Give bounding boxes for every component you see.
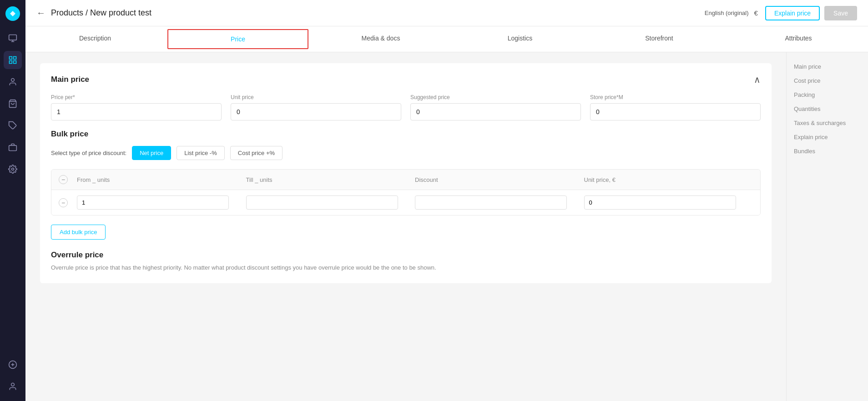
table-header-row: − From _ units Till _ units Discount Uni… xyxy=(51,170,760,190)
price-type-label: Select type of price discount: xyxy=(51,150,126,156)
bulk-price-title: Bulk price xyxy=(51,130,761,139)
till-cell xyxy=(246,195,415,210)
cost-price-button[interactable]: Cost price +% xyxy=(230,146,283,160)
svg-rect-4 xyxy=(10,57,12,60)
price-per-group: Price per* xyxy=(51,94,222,120)
main-price-section: Main price ∧ Price per* Unit price Sugge… xyxy=(40,63,772,283)
unit-price-input[interactable] xyxy=(231,103,401,120)
sidebar-settings-icon[interactable] xyxy=(4,160,22,178)
svg-point-12 xyxy=(12,168,14,170)
price-per-input[interactable] xyxy=(51,103,222,120)
discount-input[interactable] xyxy=(415,195,567,210)
sidebar-add-icon[interactable] xyxy=(4,356,22,374)
sidebar-cost-price[interactable]: Cost price xyxy=(794,77,861,84)
sidebar-bag-icon[interactable] xyxy=(4,95,22,113)
remove-row-icon[interactable]: − xyxy=(59,198,68,207)
tab-logistics[interactable]: Logistics xyxy=(450,26,590,52)
store-price-label: Store price*M xyxy=(590,94,761,100)
sidebar xyxy=(0,0,25,401)
overrule-price-title: Overrule price xyxy=(51,251,761,260)
app-logo[interactable] xyxy=(5,5,21,22)
table-header-from: From _ units xyxy=(77,176,246,183)
suggested-price-input[interactable] xyxy=(410,103,581,120)
main-content: Main price ∧ Price per* Unit price Sugge… xyxy=(25,52,786,401)
back-button[interactable]: ← xyxy=(36,8,45,18)
price-per-label: Price per* xyxy=(51,94,222,100)
sidebar-explain-price[interactable]: Explain price xyxy=(794,134,861,140)
header: ← Products / New product test English (o… xyxy=(25,0,868,26)
sidebar-monitor-icon[interactable] xyxy=(4,29,22,47)
overrule-price-section: Overrule price Overrule price is price t… xyxy=(51,251,761,272)
overrule-price-desc: Overrule price is price that has the hig… xyxy=(51,263,761,272)
remove-all-icon[interactable]: − xyxy=(59,175,68,184)
price-type-row: Select type of price discount: Net price… xyxy=(51,146,761,160)
sidebar-packing[interactable]: Packing xyxy=(794,91,861,98)
discount-cell xyxy=(415,195,584,210)
svg-rect-6 xyxy=(10,61,12,64)
save-button[interactable]: Save xyxy=(824,6,857,20)
main-area: ← Products / New product test English (o… xyxy=(25,0,868,401)
tab-description[interactable]: Description xyxy=(25,26,165,52)
svg-rect-11 xyxy=(9,145,17,151)
price-fields-row: Price per* Unit price Suggested price St… xyxy=(51,94,761,120)
add-bulk-price-button[interactable]: Add bulk price xyxy=(51,225,106,240)
sidebar-tag-icon[interactable] xyxy=(4,116,22,135)
sidebar-quantities[interactable]: Quantities xyxy=(794,105,861,112)
table-header-unit-price: Unit price, € xyxy=(584,176,753,183)
content-area: Main price ∧ Price per* Unit price Sugge… xyxy=(25,52,868,401)
main-price-header: Main price ∧ xyxy=(51,74,761,85)
store-price-group: Store price*M xyxy=(590,94,761,120)
sidebar-taxes-surcharges[interactable]: Taxes & surcharges xyxy=(794,120,861,126)
svg-rect-5 xyxy=(14,57,16,60)
table-header-icon-cell: − xyxy=(59,175,77,184)
from-cell xyxy=(77,195,246,210)
suggested-price-group: Suggested price xyxy=(410,94,581,120)
unit-price-row-input[interactable] xyxy=(584,195,736,210)
explain-price-button[interactable]: Explain price xyxy=(765,6,820,20)
table-row: − xyxy=(51,190,760,215)
store-price-input[interactable] xyxy=(590,103,761,120)
sidebar-user-icon[interactable] xyxy=(4,377,22,396)
tab-price[interactable]: Price xyxy=(167,29,308,49)
tab-attributes[interactable]: Attributes xyxy=(729,26,868,52)
svg-point-8 xyxy=(11,79,15,82)
net-price-button[interactable]: Net price xyxy=(132,146,171,160)
sidebar-main-price[interactable]: Main price xyxy=(794,63,861,70)
unit-price-cell xyxy=(584,195,753,210)
sidebar-bundles[interactable]: Bundles xyxy=(794,148,861,155)
currency-indicator: € xyxy=(754,9,758,17)
sidebar-grid-icon[interactable] xyxy=(4,51,22,69)
unit-price-group: Unit price xyxy=(231,94,401,120)
bulk-price-table: − From _ units Till _ units Discount Uni… xyxy=(51,169,761,216)
suggested-price-label: Suggested price xyxy=(410,94,581,100)
svg-point-16 xyxy=(11,383,15,386)
bulk-price-section: Bulk price Select type of price discount… xyxy=(51,130,761,251)
unit-price-label: Unit price xyxy=(231,94,401,100)
svg-rect-7 xyxy=(14,61,16,64)
till-input[interactable] xyxy=(246,195,398,210)
from-input[interactable] xyxy=(77,195,229,210)
collapse-button[interactable]: ∧ xyxy=(754,74,761,85)
sidebar-briefcase-icon[interactable] xyxy=(4,138,22,156)
tabs-bar: Description Price Media & docs Logistics… xyxy=(25,26,868,52)
language-selector[interactable]: English (original) xyxy=(705,10,749,16)
page-title: Products / New product test xyxy=(51,8,705,18)
tab-storefront[interactable]: Storefront xyxy=(590,26,729,52)
right-sidebar: Main price Cost price Packing Quantities… xyxy=(786,52,868,401)
tab-media-docs[interactable]: Media & docs xyxy=(311,26,450,52)
table-header-discount: Discount xyxy=(415,176,584,183)
sidebar-person-icon[interactable] xyxy=(4,73,22,91)
main-price-title: Main price xyxy=(51,75,89,84)
list-price-button[interactable]: List price -% xyxy=(177,146,225,160)
svg-rect-1 xyxy=(9,35,17,40)
table-header-till: Till _ units xyxy=(246,176,415,183)
row-remove-cell: − xyxy=(59,198,77,207)
